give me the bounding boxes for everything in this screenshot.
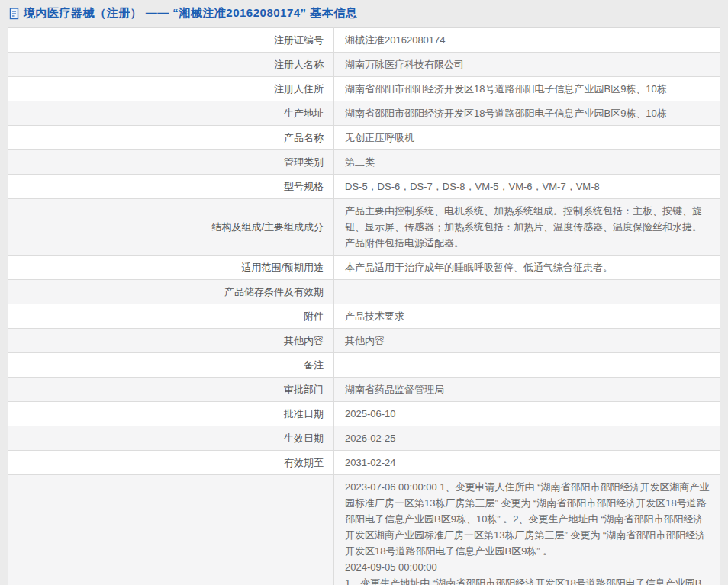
table-row: 其他内容其他内容 xyxy=(8,329,720,353)
table-row: 型号规格DS-5，DS-6，DS-7，DS-8，VM-5，VM-6，VM-7，V… xyxy=(8,175,720,199)
row-value: 无创正压呼吸机 xyxy=(334,126,720,150)
row-value xyxy=(334,280,720,304)
table-row: 批准日期2025-06-10 xyxy=(8,402,720,426)
row-label: 管理类别 xyxy=(8,150,334,175)
document-icon xyxy=(9,8,20,20)
row-label: 其他内容 xyxy=(8,329,334,353)
row-value: 其他内容 xyxy=(334,329,720,353)
row-label: 附件 xyxy=(8,304,334,329)
row-value: 产品技术要求 xyxy=(334,304,720,329)
row-label: 型号规格 xyxy=(8,175,334,199)
row-value: 2031-02-24 xyxy=(334,451,720,475)
row-label: 结构及组成/主要组成成分 xyxy=(8,199,334,256)
row-value: 湖南省药品监督管理局 xyxy=(334,378,720,402)
registration-info-table: 注册证编号湘械注准20162080174注册人名称湖南万脉医疗科技有限公司注册人… xyxy=(8,27,720,585)
page-title: 境内医疗器械（注册） —— “湘械注准20162080174” 基本信息 xyxy=(24,6,357,21)
row-label: 生产地址 xyxy=(8,101,334,126)
table-row: 结构及组成/主要组成成分产品主要由控制系统、电机系统、加热系统组成。控制系统包括… xyxy=(8,199,720,256)
row-label: 注册人名称 xyxy=(8,53,334,77)
row-label: 注册人住所 xyxy=(8,77,334,101)
row-value: 第二类 xyxy=(334,150,720,175)
table-row: 产品名称无创正压呼吸机 xyxy=(8,126,720,150)
table-row: 产品储存条件及有效期 xyxy=(8,280,720,304)
table-row: 附件产品技术要求 xyxy=(8,304,720,329)
page: 境内医疗器械（注册） —— “湘械注准20162080174” 基本信息 注册证… xyxy=(0,0,728,585)
row-value: 本产品适用于治疗成年的睡眠呼吸暂停、低通气综合征患者。 xyxy=(334,256,720,280)
row-value: 2025-06-10 xyxy=(334,402,720,426)
row-label: 审批部门 xyxy=(8,378,334,402)
table-row: 管理类别第二类 xyxy=(8,150,720,175)
table-row: 注册人名称湖南万脉医疗科技有限公司 xyxy=(8,53,720,77)
table-row: 有效期至2031-02-24 xyxy=(8,451,720,475)
row-value: 2026-02-25 xyxy=(334,426,720,451)
table-row: 注册证编号湘械注准20162080174 xyxy=(8,28,720,53)
row-value xyxy=(334,353,720,378)
table-row: 审批部门湖南省药品监督管理局 xyxy=(8,378,720,402)
row-value: 湖南省邵阳市邵阳经济开发区18号道路邵阳电子信息产业园B区9栋、10栋 xyxy=(334,77,720,101)
table-row: 变更情况2023-07-06 00:00:00 1、变更申请人住所由 “湖南省邵… xyxy=(8,475,720,585)
row-value: 2023-07-06 00:00:00 1、变更申请人住所由 “湖南省邵阳市邵阳… xyxy=(334,475,720,585)
row-value: DS-5，DS-6，DS-7，DS-8，VM-5，VM-6，VM-7，VM-8 xyxy=(334,175,720,199)
table-row: 适用范围/预期用途本产品适用于治疗成年的睡眠呼吸暂停、低通气综合征患者。 xyxy=(8,256,720,280)
row-label: 有效期至 xyxy=(8,451,334,475)
table-row: 备注 xyxy=(8,353,720,378)
table-row: 注册人住所湖南省邵阳市邵阳经济开发区18号道路邵阳电子信息产业园B区9栋、10栋 xyxy=(8,77,720,101)
row-value: 湖南万脉医疗科技有限公司 xyxy=(334,53,720,77)
row-label: 变更情况 xyxy=(8,475,334,585)
table-row: 生产地址湖南省邵阳市邵阳经济开发区18号道路邵阳电子信息产业园B区9栋、10栋 xyxy=(8,101,720,126)
row-label: 注册证编号 xyxy=(8,28,334,53)
row-label: 产品名称 xyxy=(8,126,334,150)
row-label: 生效日期 xyxy=(8,426,334,451)
row-label: 备注 xyxy=(8,353,334,378)
row-label: 产品储存条件及有效期 xyxy=(8,280,334,304)
row-value: 湘械注准20162080174 xyxy=(334,28,720,53)
row-value: 湖南省邵阳市邵阳经济开发区18号道路邵阳电子信息产业园B区9栋、10栋 xyxy=(334,101,720,126)
row-label: 批准日期 xyxy=(8,402,334,426)
row-value: 产品主要由控制系统、电机系统、加热系统组成。控制系统包括：主板、按键、旋钮、显示… xyxy=(334,199,720,256)
page-header: 境内医疗器械（注册） —— “湘械注准20162080174” 基本信息 xyxy=(8,5,720,27)
row-label: 适用范围/预期用途 xyxy=(8,256,334,280)
table-row: 生效日期2026-02-25 xyxy=(8,426,720,451)
